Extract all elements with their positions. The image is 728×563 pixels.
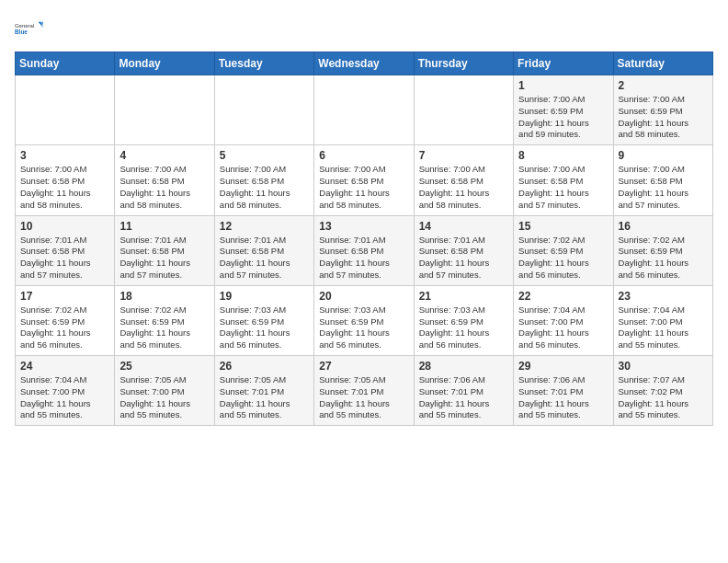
day-info: Sunrise: 7:03 AM Sunset: 6:59 PM Dayligh… (419, 304, 508, 351)
calendar-cell: 15Sunrise: 7:02 AM Sunset: 6:59 PM Dayli… (514, 215, 613, 285)
calendar-table: SundayMondayTuesdayWednesdayThursdayFrid… (15, 52, 713, 426)
day-info: Sunrise: 7:00 AM Sunset: 6:58 PM Dayligh… (419, 164, 508, 211)
day-number: 29 (518, 360, 608, 373)
day-number: 2 (619, 79, 708, 92)
calendar-cell: 26Sunrise: 7:05 AM Sunset: 7:01 PM Dayli… (214, 356, 313, 426)
day-number: 4 (119, 149, 209, 162)
day-number: 12 (220, 220, 309, 233)
calendar-week-row: 24Sunrise: 7:04 AM Sunset: 7:00 PM Dayli… (16, 356, 713, 426)
calendar-cell: 23Sunrise: 7:04 AM Sunset: 7:00 PM Dayli… (613, 285, 712, 355)
calendar-cell: 18Sunrise: 7:02 AM Sunset: 6:59 PM Dayli… (115, 285, 214, 355)
calendar-cell: 8Sunrise: 7:00 AM Sunset: 6:58 PM Daylig… (514, 145, 613, 215)
calendar-week-row: 3Sunrise: 7:00 AM Sunset: 6:58 PM Daylig… (16, 145, 713, 215)
calendar-cell: 25Sunrise: 7:05 AM Sunset: 7:00 PM Dayli… (115, 356, 214, 426)
logo-icon: GeneralBlue (15, 15, 44, 44)
calendar-cell: 24Sunrise: 7:04 AM Sunset: 7:00 PM Dayli… (16, 356, 115, 426)
calendar-cell: 29Sunrise: 7:06 AM Sunset: 7:01 PM Dayli… (514, 356, 613, 426)
calendar-cell: 16Sunrise: 7:02 AM Sunset: 6:59 PM Dayli… (613, 215, 712, 285)
day-number: 25 (119, 360, 209, 373)
calendar-col-header: Saturday (613, 52, 712, 75)
day-info: Sunrise: 7:02 AM Sunset: 6:59 PM Dayligh… (518, 235, 608, 282)
day-number: 9 (619, 149, 708, 162)
calendar-header-row: SundayMondayTuesdayWednesdayThursdayFrid… (16, 52, 713, 75)
svg-text:Blue: Blue (15, 29, 28, 35)
day-info: Sunrise: 7:03 AM Sunset: 6:59 PM Dayligh… (220, 304, 309, 351)
calendar-cell (214, 75, 313, 145)
calendar-cell: 9Sunrise: 7:00 AM Sunset: 6:58 PM Daylig… (613, 145, 712, 215)
day-info: Sunrise: 7:00 AM Sunset: 6:58 PM Dayligh… (319, 164, 408, 211)
calendar-cell: 10Sunrise: 7:01 AM Sunset: 6:58 PM Dayli… (16, 215, 115, 285)
calendar-cell (314, 75, 414, 145)
day-info: Sunrise: 7:04 AM Sunset: 7:00 PM Dayligh… (518, 304, 608, 351)
calendar-cell (414, 75, 513, 145)
calendar-cell: 30Sunrise: 7:07 AM Sunset: 7:02 PM Dayli… (613, 356, 712, 426)
calendar-col-header: Sunday (16, 52, 115, 75)
day-info: Sunrise: 7:05 AM Sunset: 7:01 PM Dayligh… (220, 374, 309, 421)
day-info: Sunrise: 7:01 AM Sunset: 6:58 PM Dayligh… (20, 235, 109, 282)
calendar-col-header: Monday (115, 52, 214, 75)
day-number: 23 (619, 290, 708, 303)
calendar-col-header: Thursday (414, 52, 513, 75)
calendar-cell: 6Sunrise: 7:00 AM Sunset: 6:58 PM Daylig… (314, 145, 414, 215)
calendar-cell: 11Sunrise: 7:01 AM Sunset: 6:58 PM Dayli… (115, 215, 214, 285)
day-info: Sunrise: 7:00 AM Sunset: 6:59 PM Dayligh… (518, 94, 608, 141)
day-info: Sunrise: 7:01 AM Sunset: 6:58 PM Dayligh… (119, 235, 209, 282)
svg-text:General: General (15, 23, 34, 29)
calendar-cell: 20Sunrise: 7:03 AM Sunset: 6:59 PM Dayli… (314, 285, 414, 355)
day-number: 27 (319, 360, 408, 373)
day-number: 16 (619, 220, 708, 233)
day-info: Sunrise: 7:06 AM Sunset: 7:01 PM Dayligh… (419, 374, 508, 421)
day-info: Sunrise: 7:04 AM Sunset: 7:00 PM Dayligh… (619, 304, 708, 351)
calendar-cell: 1Sunrise: 7:00 AM Sunset: 6:59 PM Daylig… (514, 75, 613, 145)
calendar-cell (16, 75, 115, 145)
calendar-week-row: 1Sunrise: 7:00 AM Sunset: 6:59 PM Daylig… (16, 75, 713, 145)
day-number: 19 (220, 290, 309, 303)
day-info: Sunrise: 7:01 AM Sunset: 6:58 PM Dayligh… (419, 235, 508, 282)
day-info: Sunrise: 7:05 AM Sunset: 7:01 PM Dayligh… (319, 374, 408, 421)
day-number: 22 (518, 290, 608, 303)
day-number: 15 (518, 220, 608, 233)
day-number: 28 (419, 360, 508, 373)
calendar-cell: 27Sunrise: 7:05 AM Sunset: 7:01 PM Dayli… (314, 356, 414, 426)
day-number: 6 (319, 149, 408, 162)
calendar-cell: 3Sunrise: 7:00 AM Sunset: 6:58 PM Daylig… (16, 145, 115, 215)
day-info: Sunrise: 7:03 AM Sunset: 6:59 PM Dayligh… (319, 304, 408, 351)
calendar-cell: 2Sunrise: 7:00 AM Sunset: 6:59 PM Daylig… (613, 75, 712, 145)
calendar-cell: 17Sunrise: 7:02 AM Sunset: 6:59 PM Dayli… (16, 285, 115, 355)
calendar-week-row: 17Sunrise: 7:02 AM Sunset: 6:59 PM Dayli… (16, 285, 713, 355)
calendar-cell: 21Sunrise: 7:03 AM Sunset: 6:59 PM Dayli… (414, 285, 513, 355)
calendar-cell: 12Sunrise: 7:01 AM Sunset: 6:58 PM Dayli… (214, 215, 313, 285)
calendar-cell: 5Sunrise: 7:00 AM Sunset: 6:58 PM Daylig… (214, 145, 313, 215)
day-number: 14 (419, 220, 508, 233)
day-number: 3 (20, 149, 109, 162)
day-number: 1 (518, 79, 608, 92)
day-info: Sunrise: 7:00 AM Sunset: 6:58 PM Dayligh… (518, 164, 608, 211)
calendar-cell: 13Sunrise: 7:01 AM Sunset: 6:58 PM Dayli… (314, 215, 414, 285)
calendar-cell: 28Sunrise: 7:06 AM Sunset: 7:01 PM Dayli… (414, 356, 513, 426)
day-info: Sunrise: 7:01 AM Sunset: 6:58 PM Dayligh… (220, 235, 309, 282)
calendar-cell: 4Sunrise: 7:00 AM Sunset: 6:58 PM Daylig… (115, 145, 214, 215)
day-number: 21 (419, 290, 508, 303)
day-info: Sunrise: 7:00 AM Sunset: 6:58 PM Dayligh… (20, 164, 109, 211)
day-info: Sunrise: 7:04 AM Sunset: 7:00 PM Dayligh… (20, 374, 109, 421)
calendar-cell: 7Sunrise: 7:00 AM Sunset: 6:58 PM Daylig… (414, 145, 513, 215)
day-info: Sunrise: 7:01 AM Sunset: 6:58 PM Dayligh… (319, 235, 408, 282)
day-info: Sunrise: 7:05 AM Sunset: 7:00 PM Dayligh… (119, 374, 209, 421)
calendar-col-header: Friday (514, 52, 613, 75)
day-number: 20 (319, 290, 408, 303)
calendar-col-header: Wednesday (314, 52, 414, 75)
day-info: Sunrise: 7:06 AM Sunset: 7:01 PM Dayligh… (518, 374, 608, 421)
day-info: Sunrise: 7:00 AM Sunset: 6:58 PM Dayligh… (220, 164, 309, 211)
calendar-cell (115, 75, 214, 145)
day-info: Sunrise: 7:00 AM Sunset: 6:58 PM Dayligh… (119, 164, 209, 211)
day-number: 24 (20, 360, 109, 373)
calendar-week-row: 10Sunrise: 7:01 AM Sunset: 6:58 PM Dayli… (16, 215, 713, 285)
calendar-cell: 19Sunrise: 7:03 AM Sunset: 6:59 PM Dayli… (214, 285, 313, 355)
calendar-col-header: Tuesday (214, 52, 313, 75)
logo: GeneralBlue (15, 15, 44, 44)
day-info: Sunrise: 7:02 AM Sunset: 6:59 PM Dayligh… (119, 304, 209, 351)
page-header: GeneralBlue (15, 15, 713, 44)
day-info: Sunrise: 7:02 AM Sunset: 6:59 PM Dayligh… (20, 304, 109, 351)
calendar-cell: 22Sunrise: 7:04 AM Sunset: 7:00 PM Dayli… (514, 285, 613, 355)
day-info: Sunrise: 7:02 AM Sunset: 6:59 PM Dayligh… (619, 235, 708, 282)
